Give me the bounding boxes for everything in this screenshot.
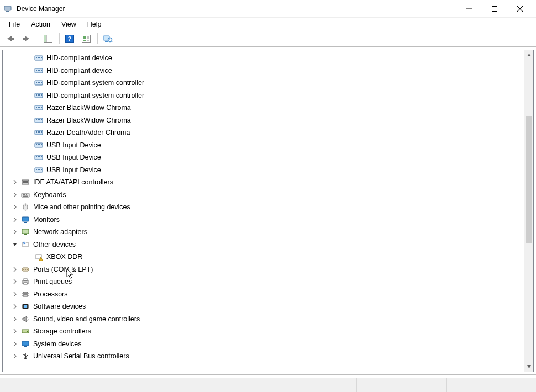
tree-item-device[interactable]: Razer BlackWidow Chroma: [3, 114, 523, 127]
svg-rect-107: [24, 305, 27, 308]
svg-rect-21: [105, 41, 108, 42]
chevron-right-icon[interactable]: [10, 190, 19, 199]
menu-action[interactable]: Action: [25, 18, 56, 31]
svg-rect-85: [24, 222, 27, 223]
tree-item-device[interactable]: HID-compliant device: [3, 65, 523, 77]
tree-item-label: USB Input Device: [46, 166, 101, 174]
tree-item-category[interactable]: Processors: [3, 288, 523, 301]
network-icon: [20, 227, 30, 236]
tree-item-label: Sound, video and game controllers: [33, 315, 140, 323]
chevron-right-icon[interactable]: [10, 290, 19, 299]
tree-item-category[interactable]: System devices: [3, 338, 523, 351]
chevron-right-icon[interactable]: [10, 265, 19, 274]
properties-button[interactable]: [78, 33, 94, 45]
port-icon: [20, 265, 30, 274]
usb-icon: [20, 352, 30, 361]
svg-rect-80: [26, 194, 27, 195]
svg-rect-15: [83, 38, 86, 39]
menu-help[interactable]: Help: [82, 18, 107, 31]
tree-item-category[interactable]: Network adapters: [3, 226, 523, 239]
tree-item-category[interactable]: Keyboards: [3, 189, 523, 202]
tree-item-category[interactable]: Monitors: [3, 214, 523, 226]
chevron-right-icon[interactable]: [10, 315, 19, 324]
chevron-right-icon[interactable]: [10, 352, 19, 361]
tree-item-device[interactable]: USB Input Device: [3, 151, 523, 164]
tree-item-label: Software devices: [33, 303, 86, 310]
tree-item-device[interactable]: HID-compliant device: [3, 52, 523, 65]
tree-item-category[interactable]: Storage controllers: [3, 325, 523, 338]
hid-icon: [34, 141, 44, 150]
tree-item-label: XBOX DDR: [46, 253, 82, 261]
help-button[interactable]: ?: [62, 33, 77, 45]
show-hide-tree-button[interactable]: [40, 33, 56, 45]
tree-item-label: System devices: [33, 340, 82, 348]
back-button[interactable]: [2, 33, 18, 45]
svg-text:?: ?: [24, 241, 25, 245]
chevron-right-icon[interactable]: [10, 227, 19, 236]
svg-rect-7: [23, 38, 25, 40]
tree-item-category[interactable]: ?Other devices: [3, 239, 523, 251]
tree-item-device[interactable]: USB Input Device: [3, 164, 523, 177]
chevron-right-icon[interactable]: [10, 277, 19, 286]
titlebar[interactable]: Device Manager: [0, 0, 536, 18]
svg-text:?: ?: [68, 35, 72, 42]
scroll-up-button[interactable]: [524, 50, 533, 60]
svg-rect-65: [36, 156, 37, 157]
scrollbar[interactable]: [524, 50, 533, 372]
svg-rect-73: [41, 169, 42, 170]
svg-rect-75: [23, 181, 28, 182]
window-title: Device Manager: [17, 5, 456, 13]
svg-line-23: [111, 41, 112, 42]
tree-item-device[interactable]: Razer DeathAdder Chroma: [3, 126, 523, 139]
tree-item-device[interactable]: USB Input Device: [3, 139, 523, 152]
tree-item-device[interactable]: HID-compliant system controller: [3, 89, 523, 102]
tree-item-device[interactable]: Razer BlackWidow Chroma: [3, 102, 523, 114]
tree-item-category[interactable]: Software devices: [3, 300, 523, 313]
svg-rect-99: [24, 283, 27, 284]
tree-item-device[interactable]: HID-compliant system controller: [3, 77, 523, 89]
sound-icon: [20, 315, 30, 324]
svg-rect-117: [27, 355, 28, 356]
toolbar-separator: [38, 33, 38, 44]
tree-item-category[interactable]: Sound, video and game controllers: [3, 313, 523, 326]
scroll-thumb[interactable]: [526, 116, 532, 243]
tree-item-category[interactable]: IDE ATA/ATAPI controllers: [3, 176, 523, 189]
svg-rect-57: [39, 131, 40, 133]
close-button[interactable]: [507, 0, 533, 18]
maximize-button[interactable]: [482, 0, 507, 18]
svg-rect-66: [38, 156, 39, 157]
tree-item-device-unknown[interactable]: !XBOX DDR: [3, 251, 523, 263]
tree-item-category[interactable]: Mice and other pointing devices: [3, 201, 523, 214]
svg-rect-38: [41, 82, 42, 83]
chevron-right-icon[interactable]: [10, 340, 19, 348]
hid-icon: [34, 54, 44, 62]
tree-item-category[interactable]: Ports (COM & LPT): [3, 263, 523, 276]
chevron-right-icon[interactable]: [10, 203, 19, 211]
svg-rect-41: [38, 94, 39, 96]
tree-item-category[interactable]: Print queues: [3, 276, 523, 288]
tree-item-category[interactable]: Universal Serial Bus controllers: [3, 350, 523, 363]
tree-item-label: Monitors: [33, 216, 60, 224]
svg-rect-63: [41, 144, 42, 145]
chevron-right-icon[interactable]: [10, 302, 19, 311]
forward-button[interactable]: [19, 33, 34, 45]
svg-rect-0: [4, 6, 11, 10]
menu-file[interactable]: File: [3, 18, 25, 31]
device-tree[interactable]: HID-compliant deviceHID-compliant device…: [3, 51, 523, 371]
tree-item-label: Universal Serial Bus controllers: [33, 352, 129, 360]
chevron-right-icon[interactable]: [10, 215, 19, 224]
svg-rect-25: [36, 57, 37, 58]
minimize-button[interactable]: [456, 0, 482, 18]
svg-rect-84: [22, 217, 29, 221]
hid-icon: [34, 91, 44, 100]
chevron-right-icon[interactable]: [10, 178, 19, 187]
chevron-right-icon[interactable]: [10, 327, 19, 336]
svg-rect-55: [36, 131, 37, 133]
printer-icon: [20, 277, 30, 286]
chevron-down-icon[interactable]: [10, 240, 19, 249]
scan-hardware-button[interactable]: [100, 33, 115, 45]
toolbar-separator: [59, 33, 60, 44]
svg-rect-27: [39, 57, 40, 58]
menu-view[interactable]: View: [56, 18, 82, 31]
scroll-down-button[interactable]: [524, 362, 533, 372]
